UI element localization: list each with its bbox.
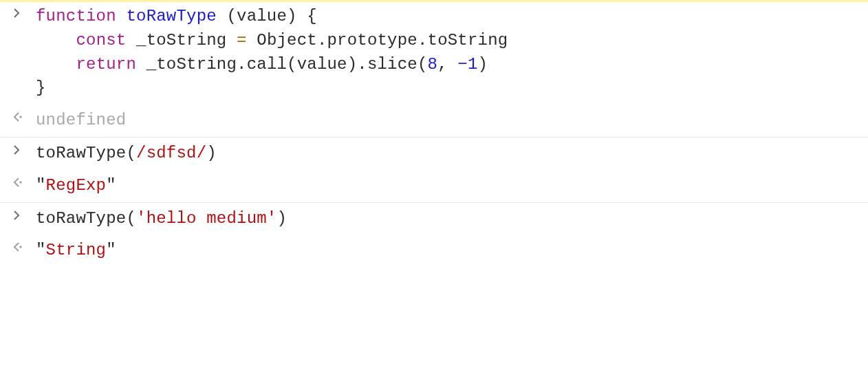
console-output-row: undefined xyxy=(0,105,868,137)
console-input-icon xyxy=(11,207,36,222)
console-input-code: function toRawType (value) { const _toSt… xyxy=(36,5,861,100)
console-input-code: toRawType(/sdfsd/) xyxy=(36,142,861,166)
console-input-icon xyxy=(11,142,36,156)
console-input-code: toRawType('hello medium') xyxy=(36,207,861,231)
console-input-row[interactable]: toRawType(/sdfsd/) xyxy=(0,137,868,170)
console-output-icon xyxy=(11,109,36,123)
svg-point-1 xyxy=(19,181,21,183)
console-output-value: "RegExp" xyxy=(36,174,861,198)
svg-point-2 xyxy=(19,246,21,248)
console-output-row: "RegExp" xyxy=(0,170,868,202)
console-input-row[interactable]: function toRawType (value) { const _toSt… xyxy=(0,0,868,105)
console-output-icon xyxy=(11,174,36,189)
console-input-icon xyxy=(11,5,36,19)
console-output-value: undefined xyxy=(36,109,861,133)
svg-point-0 xyxy=(19,116,21,118)
console-output-value: "String" xyxy=(36,239,861,263)
console-panel: function toRawType (value) { const _toSt… xyxy=(0,0,868,267)
console-input-row[interactable]: toRawType('hello medium') xyxy=(0,202,868,235)
console-output-row: "String" xyxy=(0,235,868,267)
console-output-icon xyxy=(11,239,36,253)
